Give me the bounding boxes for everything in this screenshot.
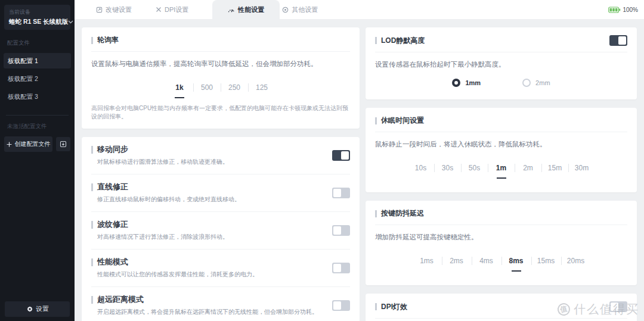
radio-unselected-icon bbox=[522, 79, 531, 87]
lod-option-2mm[interactable]: 2mm bbox=[522, 79, 550, 87]
motion-sync-toggle[interactable] bbox=[332, 150, 350, 161]
title-bar-decoration bbox=[91, 221, 93, 229]
sleep-time-options: 10s 30s 50s 1m 2m 15m 30m bbox=[375, 163, 627, 173]
performance-mode-title: 性能模式 bbox=[97, 257, 128, 267]
sleep-time-card: 休眠时间设置 鼠标静止一段时间后，将进入休眠状态，降低鼠标功耗。 10s 30s… bbox=[366, 108, 637, 192]
debounce-option-15ms[interactable]: 15ms bbox=[531, 256, 561, 266]
debounce-title: 按键防抖延迟 bbox=[381, 208, 424, 219]
ripple-correction-desc: 对高移速情况下进行算法修正，消除波浪形抖动。 bbox=[91, 233, 228, 241]
polling-rate-desc: 设置鼠标与电脑通信频率，提高轮询率可以降低延迟，但会增加部分功耗。 bbox=[91, 60, 350, 68]
sleep-option-2m[interactable]: 2m bbox=[515, 163, 541, 173]
sleep-option-50s[interactable]: 50s bbox=[461, 163, 488, 173]
sleep-option-1m[interactable]: 1m bbox=[488, 163, 515, 173]
performance-mode-desc: 性能模式可以让您的传感器发挥最佳性能，消耗更多的电力。 bbox=[91, 270, 258, 279]
inactive-profiles-label: 未激活配置文件 bbox=[7, 123, 67, 130]
top-tab-bar: 改键设置 DPI设置 性能设置 其他设置 100% bbox=[75, 0, 644, 19]
motion-settings-card: 移动同步 对鼠标移动进行圆滑算法修正，移动轨迹更准确。 直线修正 修正直线移动鼠… bbox=[82, 137, 360, 321]
toggle-row-long-range-mode: 超远距离模式 开启超远距离模式，将会提升鼠标在远距离情况下的无线性能，但会增加部… bbox=[91, 287, 350, 321]
polling-rate-note: 高回报率会对电脑CPU性能与内存频率有一定要求，低配置的电脑可能存在卡顿现象或无… bbox=[91, 104, 350, 121]
sidebar-divider bbox=[6, 115, 69, 116]
gear-icon bbox=[26, 306, 33, 313]
tab-remap-label: 改键设置 bbox=[106, 5, 132, 14]
chevron-down-icon bbox=[68, 20, 73, 24]
main-content: 轮询率 设置鼠标与电脑通信频率，提高轮询率可以降低延迟，但会增加部分功耗。 1k… bbox=[75, 19, 644, 321]
long-range-mode-toggle[interactable] bbox=[332, 300, 350, 311]
ripple-correction-title: 波纹修正 bbox=[97, 219, 128, 230]
tab-performance[interactable]: 性能设置 bbox=[212, 0, 280, 19]
title-bar-decoration bbox=[375, 117, 377, 124]
polling-option-1k[interactable]: 1k bbox=[166, 83, 193, 92]
toggle-row-line-correction: 直线修正 修正直线移动鼠标时的偏移抖动，变成绝对直线移动。 bbox=[91, 174, 350, 212]
tab-dpi-label: DPI设置 bbox=[165, 5, 188, 14]
debounce-option-1ms[interactable]: 1ms bbox=[412, 256, 442, 266]
settings-button[interactable]: 设置 bbox=[5, 301, 70, 317]
long-range-mode-desc: 开启超远距离模式，将会提升鼠标在远距离情况下的无线性能，但会增加部分功耗。 bbox=[91, 308, 318, 316]
dpi-light-toggle[interactable] bbox=[609, 301, 627, 312]
title-bar-decoration bbox=[91, 37, 93, 44]
debounce-option-2ms[interactable]: 2ms bbox=[442, 256, 472, 266]
motion-sync-title: 移动同步 bbox=[97, 144, 128, 155]
battery-percent: 100% bbox=[623, 7, 638, 13]
dpi-icon bbox=[156, 7, 162, 13]
polling-option-250[interactable]: 250 bbox=[221, 83, 248, 92]
polling-rate-title: 轮询率 bbox=[97, 35, 119, 45]
line-correction-toggle[interactable] bbox=[332, 188, 350, 198]
sleep-time-desc: 鼠标静止一段时间后，将进入休眠状态，降低鼠标功耗。 bbox=[375, 140, 627, 149]
device-label: 当前设备 bbox=[9, 8, 66, 16]
toggle-row-motion-sync: 移动同步 对鼠标移动进行圆滑算法修正，移动轨迹更准确。 bbox=[91, 137, 350, 174]
sleep-option-30m[interactable]: 30m bbox=[568, 163, 595, 173]
profile-item-2[interactable]: 板载配置 2 bbox=[4, 71, 71, 86]
create-profile-label: 创建配置文件 bbox=[15, 140, 51, 148]
sidebar: 当前设备 蝰蛇 R1 SE 长续航版 配置文件 板载配置 1 板载配置 2 板载… bbox=[0, 0, 75, 321]
title-bar-decoration bbox=[375, 37, 377, 44]
tab-other-settings[interactable]: 其他设置 bbox=[282, 0, 318, 19]
sleep-option-10s[interactable]: 10s bbox=[407, 163, 434, 173]
debounce-option-4ms[interactable]: 4ms bbox=[472, 256, 501, 266]
toggle-row-ripple-correction: 波纹修正 对高移速情况下进行算法修正，消除波浪形抖动。 bbox=[91, 212, 350, 250]
performance-mode-toggle[interactable] bbox=[332, 263, 350, 273]
polling-option-500[interactable]: 500 bbox=[193, 83, 221, 92]
lod-card: LOD静默高度 设置传感器在鼠标抬起时下最小静默高度。 1mm 2mm bbox=[366, 27, 637, 99]
create-profile-button[interactable]: 创建配置文件 bbox=[4, 136, 52, 152]
title-bar-decoration bbox=[91, 296, 93, 304]
debounce-option-20ms[interactable]: 20ms bbox=[561, 256, 591, 266]
import-profile-button[interactable] bbox=[56, 137, 70, 151]
settings-label: 设置 bbox=[36, 305, 49, 313]
title-bar-decoration bbox=[91, 146, 93, 154]
profile-item-1[interactable]: 板载配置 1 bbox=[4, 53, 71, 68]
polling-option-125[interactable]: 125 bbox=[248, 83, 275, 92]
lod-option-1mm[interactable]: 1mm bbox=[452, 79, 481, 87]
tab-remap[interactable]: 改键设置 bbox=[96, 0, 132, 19]
tab-other-settings-label: 其他设置 bbox=[292, 5, 318, 14]
device-selector[interactable]: 当前设备 蝰蛇 R1 SE 长续航版 bbox=[4, 5, 70, 30]
sleep-time-title: 休眠时间设置 bbox=[381, 116, 424, 126]
performance-icon bbox=[228, 7, 235, 13]
tab-dpi[interactable]: DPI设置 bbox=[156, 0, 188, 19]
lod-title: LOD静默高度 bbox=[381, 36, 425, 46]
title-bar-decoration bbox=[375, 303, 377, 310]
profile-item-3[interactable]: 板载配置 3 bbox=[4, 89, 71, 104]
radio-selected-icon bbox=[452, 79, 460, 87]
dpi-light-title: DPI灯效 bbox=[381, 302, 407, 312]
plus-icon bbox=[7, 142, 12, 147]
other-settings-icon bbox=[282, 7, 289, 13]
lod-desc: 设置传感器在鼠标抬起时下最小静默高度。 bbox=[375, 60, 627, 69]
sleep-option-30s[interactable]: 30s bbox=[434, 163, 461, 173]
polling-rate-card: 轮询率 设置鼠标与电脑通信频率，提高轮询率可以降低延迟，但会增加部分功耗。 1k… bbox=[82, 27, 360, 129]
ripple-correction-toggle[interactable] bbox=[332, 225, 350, 236]
tab-performance-label: 性能设置 bbox=[238, 5, 264, 14]
motion-sync-desc: 对鼠标移动进行圆滑算法修正，移动轨迹更准确。 bbox=[91, 158, 228, 166]
battery-icon bbox=[608, 7, 621, 13]
debounce-desc: 增加防抖延迟可提高按键稳定性。 bbox=[375, 233, 627, 242]
title-bar-decoration bbox=[91, 183, 93, 191]
title-bar-decoration bbox=[375, 210, 377, 217]
line-correction-title: 直线修正 bbox=[97, 182, 128, 192]
import-icon bbox=[60, 141, 67, 148]
battery-status: 100% bbox=[608, 7, 638, 13]
title-bar-decoration bbox=[91, 258, 93, 266]
debounce-options: 1ms 2ms 4ms 8ms 15ms 20ms bbox=[375, 256, 627, 266]
sleep-option-15m[interactable]: 15m bbox=[541, 163, 568, 173]
lod-toggle[interactable] bbox=[609, 35, 627, 46]
long-range-mode-title: 超远距离模式 bbox=[97, 294, 144, 305]
debounce-option-8ms[interactable]: 8ms bbox=[501, 256, 531, 266]
